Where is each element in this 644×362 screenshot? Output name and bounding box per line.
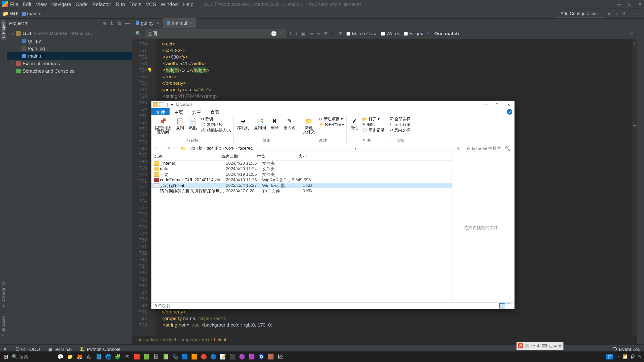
nav-button[interactable]: → [161, 146, 166, 151]
current-file[interactable]: main.ui [22, 11, 43, 16]
ribbon-mini-button[interactable]: ⇄ 反向选择 [390, 127, 411, 133]
ime-indicator[interactable]: 拼 [606, 354, 613, 359]
tree-node[interactable]: ▾GUIF:\work\facereal\_internal\GUI [7, 30, 132, 37]
file-row[interactable]: 不要2024/4/19 11:55文件夹 [151, 172, 452, 177]
menu-navigate[interactable]: Navigate [51, 2, 71, 7]
find-option-icon[interactable]: ▣ [301, 31, 306, 36]
tree-node[interactable]: gui.py [7, 37, 132, 45]
ribbon-tab[interactable]: 查看 [206, 108, 224, 115]
taskbar-app[interactable]: 🟣 [237, 352, 247, 361]
ribbon-mini-button[interactable]: ☑ 全部选择 [390, 116, 411, 122]
find-option-icon[interactable]: ≣ [331, 31, 335, 36]
project-name[interactable]: GUI [10, 11, 19, 16]
taskbar-app[interactable]: 🌐 [104, 352, 113, 361]
history-icon[interactable]: 🕘 [271, 31, 277, 36]
ribbon-mini-button[interactable]: ✂ 剪切 [201, 116, 231, 122]
ime-icon[interactable]: ≡ [554, 343, 557, 349]
ribbon-mini-button[interactable]: 🕘 历史记录 [362, 127, 384, 133]
menu-view[interactable]: View [36, 2, 47, 7]
taskbar-app[interactable]: 📎 [171, 352, 180, 361]
menu-edit[interactable]: Edit [23, 2, 31, 7]
menu-file[interactable]: File [10, 2, 18, 7]
file-row[interactable]: 启动程序.bat2022/12/4 15:27Windows 批处理...1 K… [151, 183, 452, 188]
taskbar-app[interactable]: 🗂 [85, 352, 94, 361]
regex-checkbox[interactable]: Regex [404, 31, 423, 36]
ribbon-help-icon[interactable]: ? [507, 109, 512, 115]
ribbon-button[interactable]: 📑复制到 [253, 116, 267, 130]
find-option-icon[interactable]: ↓ [295, 31, 298, 36]
explorer-window-control[interactable]: — [480, 101, 491, 108]
address-bar[interactable]: 📁›此电脑›text (F:)›work›facereal ▾ ↻ [178, 145, 462, 152]
breadcrumb-item[interactable]: widget [145, 337, 158, 342]
taskbar-app[interactable]: 🔴 [199, 352, 208, 361]
ime-icon[interactable]: ⟳ [531, 343, 535, 349]
explorer-titlebar[interactable]: |▾ facereal —□✕ [151, 101, 514, 108]
clear-icon[interactable]: ✕ [279, 31, 283, 36]
sidebar-title[interactable]: Project ▾ [9, 20, 28, 26]
file-row[interactable]: data2024/4/20 11:24文件夹 [151, 166, 452, 172]
taskbar-app[interactable]: 🧿 [257, 352, 266, 361]
explorer-window-control[interactable]: ✕ [503, 101, 514, 108]
ribbon-tab[interactable]: 主页 [170, 108, 188, 115]
nav-button[interactable]: ▾ [168, 146, 170, 151]
find-option-icon[interactable]: ↑ [289, 31, 292, 36]
find-option-icon[interactable]: ▼ [338, 31, 343, 36]
explorer-window-control[interactable]: □ [491, 101, 503, 108]
menu-vcs[interactable]: VCS [146, 2, 156, 7]
qat-dropdown-icon[interactable]: ▾ [171, 102, 173, 107]
nav-button[interactable]: ← [154, 146, 158, 151]
taskbar-app[interactable]: 📝 [218, 352, 227, 361]
taskbar-app[interactable]: 📁 [65, 352, 74, 361]
column-header[interactable]: 类型 [257, 154, 287, 159]
taskbar-app[interactable]: 🟥 [132, 352, 141, 361]
tree-node[interactable]: ▸External Libraries [7, 60, 132, 67]
editor-tab[interactable]: gui.py✕ [132, 18, 163, 28]
ribbon-tab[interactable]: 文件 [151, 108, 170, 115]
tree-node[interactable]: main.ui [7, 52, 132, 60]
path-segment[interactable]: work [224, 146, 235, 151]
match-case-checkbox[interactable]: Match Case [346, 31, 377, 36]
help-icon[interactable]: ? [427, 31, 429, 36]
menu-tools[interactable]: Tools [130, 2, 141, 7]
breadcrumb-item[interactable]: widget [163, 337, 176, 342]
ribbon-mini-button[interactable]: 🔗 粘贴快捷方式 [201, 127, 231, 133]
breadcrumb-item[interactable]: height [214, 337, 226, 342]
path-segment[interactable]: 此电脑 [189, 146, 204, 151]
menu-window[interactable]: Window [161, 2, 179, 7]
close-find-icon[interactable]: ✕ [630, 31, 634, 36]
menu-code[interactable]: Code [76, 2, 88, 7]
ribbon-mini-button[interactable]: 📂 打开 ▾ [362, 116, 384, 122]
explorer-search-input[interactable]: 在 facereal 中搜索🔍 [465, 145, 512, 152]
tray-icon[interactable]: 🔊 [630, 354, 635, 359]
find-option-icon[interactable]: ⇤ [317, 31, 321, 36]
project-tool-tab[interactable]: 1: Project [1, 20, 6, 40]
taskbar-app[interactable]: 📗 [161, 352, 170, 361]
menu-help[interactable]: Help [183, 2, 193, 7]
start-button[interactable]: ⊞ [1, 351, 11, 362]
taskbar-app[interactable]: 🟪 [247, 352, 256, 361]
column-header[interactable]: 大小 [287, 154, 307, 159]
taskbar-app[interactable]: 🦊 [75, 352, 84, 361]
taskbar-app[interactable]: 🗄 [151, 352, 160, 361]
taskbar-app[interactable]: 🖼 [276, 352, 285, 361]
ribbon-mini-button[interactable]: 🗋 新建项目 ▾ [318, 116, 344, 122]
column-header[interactable]: 修改日期 [221, 154, 257, 159]
tray-icon[interactable]: 📶 [622, 354, 628, 359]
ime-icon[interactable]: ⌨ [541, 343, 548, 349]
taskbar-app[interactable]: 🟦 [180, 352, 189, 361]
ribbon-button[interactable]: ➜移动到 [236, 116, 250, 130]
taskbar-app[interactable]: 🟩 [142, 352, 151, 361]
column-header[interactable]: 名称 [154, 154, 221, 159]
taskbar-app[interactable]: 🧩 [113, 352, 122, 361]
search-input[interactable]: 全图🕘✕ [145, 29, 286, 38]
sidebar-toolbar-icon[interactable]: ✿ [118, 20, 122, 26]
breadcrumb-item[interactable]: rect [202, 337, 209, 342]
words-checkbox[interactable]: Words [381, 31, 400, 36]
taskbar-app[interactable]: 🔵 [209, 352, 218, 361]
ime-icon[interactable]: ✿ [558, 343, 562, 349]
find-option-icon[interactable]: ≡ [324, 31, 327, 36]
taskbar-search-icon[interactable]: 🔍 [11, 354, 18, 359]
refresh-icon[interactable]: ↻ [457, 146, 460, 151]
toolbar-icon[interactable]: ⟳ [622, 11, 626, 16]
sidebar-toolbar-icon[interactable]: ⇅ [110, 20, 114, 26]
